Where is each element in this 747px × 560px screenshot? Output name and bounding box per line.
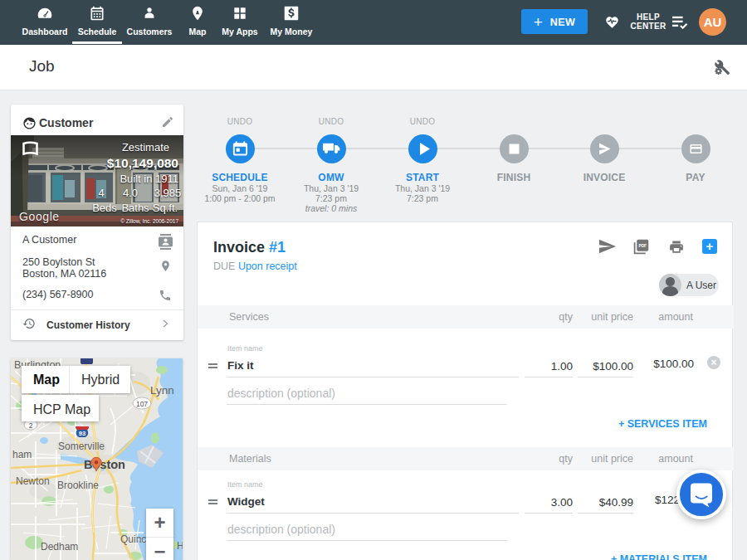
svg-text:Dedham: Dedham — [41, 541, 78, 553]
svg-text:Brookline: Brookline — [57, 480, 99, 491]
svg-text:Lynn: Lynn — [150, 384, 174, 397]
svg-text:Hi: Hi — [177, 540, 183, 552]
svg-text:107: 107 — [136, 400, 148, 408]
svg-text:ham: ham — [12, 449, 32, 460]
svg-text:93: 93 — [79, 430, 85, 437]
svg-text:PDF: PDF — [638, 244, 647, 248]
svg-text:Somerville: Somerville — [58, 441, 105, 452]
svg-text:2: 2 — [29, 421, 33, 430]
svg-text:Boston: Boston — [84, 458, 125, 471]
svg-text:Newton: Newton — [16, 475, 50, 487]
